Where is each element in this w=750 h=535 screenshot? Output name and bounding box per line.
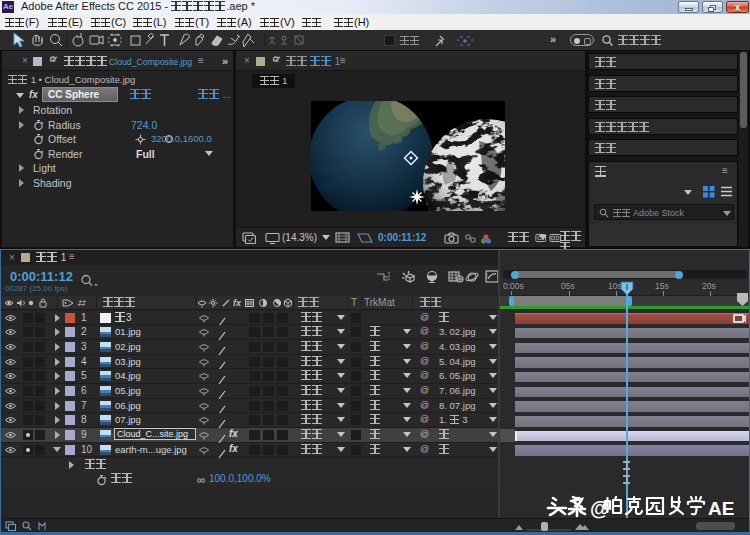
svg-text:fx: fx (233, 298, 242, 308)
svg-text:AE: AE (708, 498, 734, 519)
svg-text:@: @ (590, 497, 610, 519)
